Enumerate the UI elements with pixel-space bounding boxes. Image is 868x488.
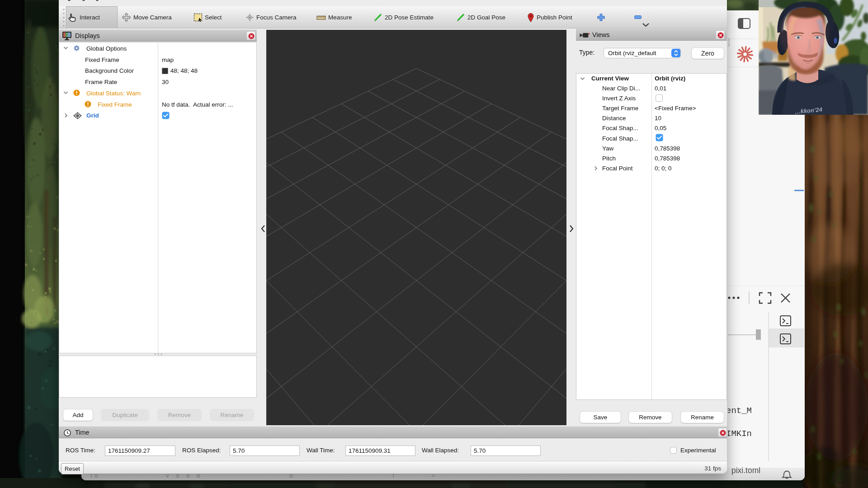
svg-text:pixi.toml: pixi.toml bbox=[731, 466, 760, 475]
svg-text:IMKIn: IMKIn bbox=[728, 429, 752, 439]
svg-text:ent_M: ent_M bbox=[728, 406, 752, 416]
